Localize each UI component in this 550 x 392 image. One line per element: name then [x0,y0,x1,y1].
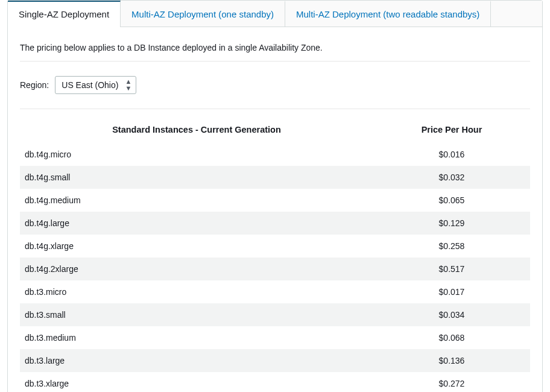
table-row: db.t4g.medium $0.065 [20,189,530,212]
table-row: db.t3.micro $0.017 [20,280,530,303]
instance-price: $0.136 [373,349,530,372]
region-select-wrap: US East (Ohio) ▲▼ [55,76,136,94]
pricing-table: Standard Instances - Current Generation … [20,116,530,392]
instance-price: $0.272 [373,372,530,392]
instance-price: $0.016 [373,143,530,166]
tab-single-az[interactable]: Single-AZ Deployment [8,1,121,27]
table-row: db.t3.medium $0.068 [20,326,530,349]
instance-name: db.t3.micro [20,280,373,303]
instance-name: db.t4g.large [20,212,373,235]
pricing-table-body: db.t4g.micro $0.016 db.t4g.small $0.032 … [20,143,530,392]
deployment-tabs: Single-AZ Deployment Multi-AZ Deployment… [8,1,542,27]
instance-price: $0.034 [373,303,530,326]
instance-price: $0.517 [373,258,530,280]
instance-price: $0.017 [373,280,530,303]
instance-name: db.t3.xlarge [20,372,373,392]
col-header-price: Price Per Hour [373,116,530,143]
instance-price: $0.032 [373,166,530,189]
pricing-panel: Single-AZ Deployment Multi-AZ Deployment… [7,0,543,392]
pricing-description: The pricing below applies to a DB Instan… [20,39,530,62]
instance-price: $0.065 [373,189,530,212]
instance-name: db.t3.large [20,349,373,372]
table-row: db.t4g.large $0.129 [20,212,530,235]
table-row: db.t3.small $0.034 [20,303,530,326]
table-row: db.t4g.micro $0.016 [20,143,530,166]
instance-name: db.t4g.small [20,166,373,189]
table-row: db.t4g.small $0.032 [20,166,530,189]
table-row: db.t3.xlarge $0.272 [20,372,530,392]
col-header-instance: Standard Instances - Current Generation [20,116,373,143]
tab-content: The pricing below applies to a DB Instan… [8,27,542,392]
instance-name: db.t3.medium [20,326,373,349]
instance-name: db.t4g.2xlarge [20,258,373,280]
region-select[interactable]: US East (Ohio) [55,76,136,94]
instance-name: db.t4g.xlarge [20,235,373,258]
table-row: db.t4g.xlarge $0.258 [20,235,530,258]
instance-price: $0.129 [373,212,530,235]
region-label: Region: [20,80,49,90]
instance-price: $0.068 [373,326,530,349]
table-row: db.t3.large $0.136 [20,349,530,372]
region-row: Region: US East (Ohio) ▲▼ [20,76,530,109]
tab-multi-az-one-standby[interactable]: Multi-AZ Deployment (one standby) [121,1,285,27]
tab-multi-az-two-standbys[interactable]: Multi-AZ Deployment (two readable standb… [285,1,491,27]
instance-name: db.t4g.medium [20,189,373,212]
pricing-table-header-row: Standard Instances - Current Generation … [20,116,530,143]
table-row: db.t4g.2xlarge $0.517 [20,258,530,280]
instance-price: $0.258 [373,235,530,258]
instance-name: db.t4g.micro [20,143,373,166]
instance-name: db.t3.small [20,303,373,326]
